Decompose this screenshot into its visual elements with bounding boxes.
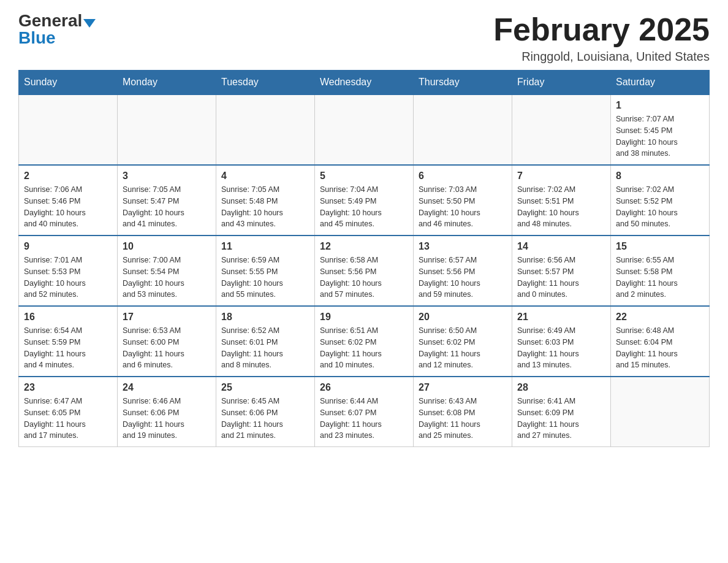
calendar-cell: 18Sunrise: 6:52 AM Sunset: 6:01 PM Dayli… [216, 306, 315, 377]
calendar-header-monday: Monday [118, 71, 216, 95]
calendar-cell: 17Sunrise: 6:53 AM Sunset: 6:00 PM Dayli… [118, 306, 216, 377]
calendar-cell: 7Sunrise: 7:02 AM Sunset: 5:51 PM Daylig… [512, 165, 611, 236]
day-info: Sunrise: 7:05 AM Sunset: 5:48 PM Dayligh… [221, 184, 309, 230]
month-title: February 2025 [493, 12, 710, 47]
day-info: Sunrise: 7:00 AM Sunset: 5:54 PM Dayligh… [123, 255, 211, 301]
day-number: 26 [320, 382, 408, 393]
calendar-week-row: 16Sunrise: 6:54 AM Sunset: 5:59 PM Dayli… [19, 306, 710, 377]
calendar-cell [216, 94, 315, 165]
calendar-week-row: 2Sunrise: 7:06 AM Sunset: 5:46 PM Daylig… [19, 165, 710, 236]
calendar-cell [118, 94, 216, 165]
calendar-table: SundayMondayTuesdayWednesdayThursdayFrid… [18, 70, 710, 447]
day-info: Sunrise: 6:47 AM Sunset: 6:05 PM Dayligh… [24, 396, 112, 442]
day-info: Sunrise: 6:58 AM Sunset: 5:56 PM Dayligh… [320, 255, 408, 301]
location: Ringgold, Louisiana, United States [493, 50, 710, 64]
day-info: Sunrise: 6:45 AM Sunset: 6:06 PM Dayligh… [221, 396, 309, 442]
logo: General Blue [18, 12, 96, 47]
day-number: 15 [616, 241, 704, 252]
day-number: 27 [419, 382, 507, 393]
day-info: Sunrise: 6:44 AM Sunset: 6:07 PM Dayligh… [320, 396, 408, 442]
day-number: 9 [24, 241, 112, 252]
day-number: 23 [24, 382, 112, 393]
calendar-cell [315, 94, 414, 165]
day-number: 28 [517, 382, 605, 393]
day-number: 14 [517, 241, 605, 252]
day-number: 3 [123, 170, 211, 182]
logo-general-text: General [18, 11, 82, 30]
calendar-cell: 27Sunrise: 6:43 AM Sunset: 6:08 PM Dayli… [414, 377, 512, 447]
day-number: 4 [221, 170, 309, 182]
day-number: 11 [221, 241, 309, 252]
calendar-cell [414, 94, 512, 165]
calendar-week-row: 23Sunrise: 6:47 AM Sunset: 6:05 PM Dayli… [19, 377, 710, 447]
day-number: 10 [123, 241, 211, 252]
day-info: Sunrise: 6:50 AM Sunset: 6:02 PM Dayligh… [419, 325, 507, 371]
calendar-cell: 19Sunrise: 6:51 AM Sunset: 6:02 PM Dayli… [315, 306, 414, 377]
day-number: 19 [320, 312, 408, 323]
day-info: Sunrise: 6:57 AM Sunset: 5:56 PM Dayligh… [419, 255, 507, 301]
day-number: 8 [616, 170, 704, 182]
calendar-header-friday: Friday [512, 71, 611, 95]
day-info: Sunrise: 6:49 AM Sunset: 6:03 PM Dayligh… [517, 325, 605, 371]
day-number: 21 [517, 312, 605, 323]
calendar-cell: 25Sunrise: 6:45 AM Sunset: 6:06 PM Dayli… [216, 377, 315, 447]
day-info: Sunrise: 6:43 AM Sunset: 6:08 PM Dayligh… [419, 396, 507, 442]
day-info: Sunrise: 7:06 AM Sunset: 5:46 PM Dayligh… [24, 184, 112, 230]
day-info: Sunrise: 7:07 AM Sunset: 5:45 PM Dayligh… [616, 113, 704, 159]
day-info: Sunrise: 6:46 AM Sunset: 6:06 PM Dayligh… [123, 396, 211, 442]
calendar-header-tuesday: Tuesday [216, 71, 315, 95]
day-info: Sunrise: 7:02 AM Sunset: 5:51 PM Dayligh… [517, 184, 605, 230]
logo-blue-text: Blue [18, 28, 56, 47]
day-number: 20 [419, 312, 507, 323]
day-info: Sunrise: 6:56 AM Sunset: 5:57 PM Dayligh… [517, 255, 605, 301]
day-info: Sunrise: 6:51 AM Sunset: 6:02 PM Dayligh… [320, 325, 408, 371]
day-number: 24 [123, 382, 211, 393]
calendar-cell: 24Sunrise: 6:46 AM Sunset: 6:06 PM Dayli… [118, 377, 216, 447]
day-number: 5 [320, 170, 408, 182]
day-info: Sunrise: 6:55 AM Sunset: 5:58 PM Dayligh… [616, 255, 704, 301]
title-section: February 2025 Ringgold, Louisiana, Unite… [493, 12, 710, 64]
calendar-cell: 14Sunrise: 6:56 AM Sunset: 5:57 PM Dayli… [512, 236, 611, 306]
calendar-header-sunday: Sunday [19, 71, 118, 95]
calendar-cell: 15Sunrise: 6:55 AM Sunset: 5:58 PM Dayli… [611, 236, 710, 306]
calendar-cell [611, 377, 710, 447]
day-info: Sunrise: 7:04 AM Sunset: 5:49 PM Dayligh… [320, 184, 408, 230]
calendar-header-thursday: Thursday [414, 71, 512, 95]
logo-triangle-icon [83, 19, 96, 28]
calendar-cell: 8Sunrise: 7:02 AM Sunset: 5:52 PM Daylig… [611, 165, 710, 236]
calendar-cell: 21Sunrise: 6:49 AM Sunset: 6:03 PM Dayli… [512, 306, 611, 377]
day-info: Sunrise: 6:41 AM Sunset: 6:09 PM Dayligh… [517, 396, 605, 442]
calendar-cell: 2Sunrise: 7:06 AM Sunset: 5:46 PM Daylig… [19, 165, 118, 236]
calendar-cell [19, 94, 118, 165]
calendar-cell: 9Sunrise: 7:01 AM Sunset: 5:53 PM Daylig… [19, 236, 118, 306]
day-info: Sunrise: 7:01 AM Sunset: 5:53 PM Dayligh… [24, 255, 112, 301]
calendar-cell: 10Sunrise: 7:00 AM Sunset: 5:54 PM Dayli… [118, 236, 216, 306]
calendar-cell: 6Sunrise: 7:03 AM Sunset: 5:50 PM Daylig… [414, 165, 512, 236]
calendar-cell: 22Sunrise: 6:48 AM Sunset: 6:04 PM Dayli… [611, 306, 710, 377]
calendar-cell [512, 94, 611, 165]
calendar-cell: 26Sunrise: 6:44 AM Sunset: 6:07 PM Dayli… [315, 377, 414, 447]
day-info: Sunrise: 6:59 AM Sunset: 5:55 PM Dayligh… [221, 255, 309, 301]
day-number: 16 [24, 312, 112, 323]
calendar-cell: 1Sunrise: 7:07 AM Sunset: 5:45 PM Daylig… [611, 94, 710, 165]
calendar-header-wednesday: Wednesday [315, 71, 414, 95]
day-info: Sunrise: 6:54 AM Sunset: 5:59 PM Dayligh… [24, 325, 112, 371]
day-number: 13 [419, 241, 507, 252]
day-number: 6 [419, 170, 507, 182]
day-number: 17 [123, 312, 211, 323]
day-number: 12 [320, 241, 408, 252]
day-number: 18 [221, 312, 309, 323]
day-number: 25 [221, 382, 309, 393]
calendar-cell: 11Sunrise: 6:59 AM Sunset: 5:55 PM Dayli… [216, 236, 315, 306]
day-info: Sunrise: 6:52 AM Sunset: 6:01 PM Dayligh… [221, 325, 309, 371]
calendar-cell: 16Sunrise: 6:54 AM Sunset: 5:59 PM Dayli… [19, 306, 118, 377]
calendar-cell: 28Sunrise: 6:41 AM Sunset: 6:09 PM Dayli… [512, 377, 611, 447]
calendar-week-row: 9Sunrise: 7:01 AM Sunset: 5:53 PM Daylig… [19, 236, 710, 306]
day-number: 2 [24, 170, 112, 182]
calendar-week-row: 1Sunrise: 7:07 AM Sunset: 5:45 PM Daylig… [19, 94, 710, 165]
day-info: Sunrise: 7:02 AM Sunset: 5:52 PM Dayligh… [616, 184, 704, 230]
day-number: 1 [616, 100, 704, 111]
calendar-cell: 3Sunrise: 7:05 AM Sunset: 5:47 PM Daylig… [118, 165, 216, 236]
calendar-header-row: SundayMondayTuesdayWednesdayThursdayFrid… [19, 71, 710, 95]
day-info: Sunrise: 6:53 AM Sunset: 6:00 PM Dayligh… [123, 325, 211, 371]
